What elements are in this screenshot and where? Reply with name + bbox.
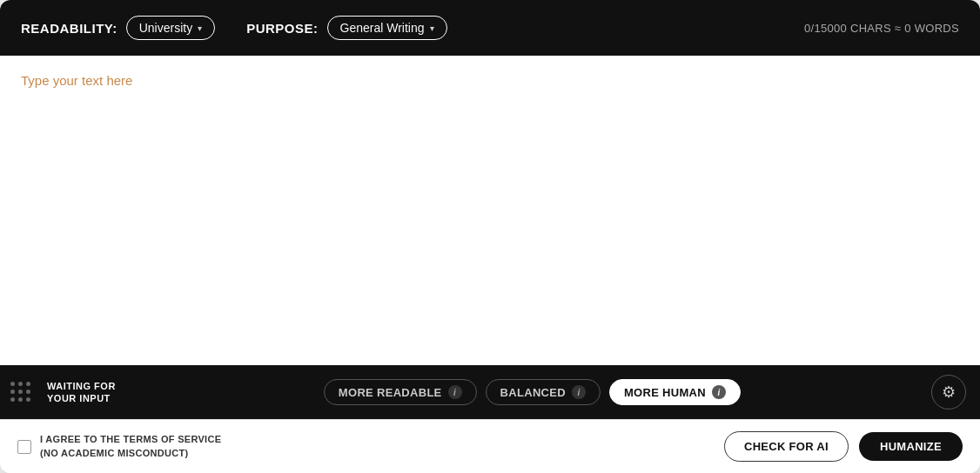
gear-icon: ⚙: [942, 383, 956, 402]
settings-button[interactable]: ⚙: [931, 375, 966, 410]
dots-grid-icon: [10, 382, 31, 403]
purpose-label: PURPOSE:: [246, 21, 318, 36]
purpose-value: General Writing: [340, 21, 425, 35]
app-container: READABILITY: University ▾ PURPOSE: Gener…: [0, 0, 980, 473]
purpose-chevron-icon: ▾: [430, 23, 434, 33]
check-ai-button[interactable]: CHECK FOR AI: [724, 431, 849, 462]
more-readable-info-icon: i: [448, 385, 462, 399]
header-bar: READABILITY: University ▾ PURPOSE: Gener…: [0, 0, 980, 56]
tos-checkbox[interactable]: [17, 440, 31, 454]
dot: [26, 382, 30, 386]
main-text-input[interactable]: [0, 56, 980, 365]
dot: [10, 390, 15, 394]
more-readable-label: MORE READABLE: [339, 386, 442, 399]
balanced-label: BALANCED: [500, 386, 566, 399]
mode-btn-balanced[interactable]: BALANCED i: [486, 379, 601, 405]
bottom-bar: WAITING FOR YOUR INPUT MORE READABLE i B…: [0, 365, 980, 419]
mode-btn-more-readable[interactable]: MORE READABLE i: [324, 379, 477, 405]
footer-bar: I AGREE TO THE TERMS OF SERVICE (NO ACAD…: [0, 419, 980, 473]
tos-text: I AGREE TO THE TERMS OF SERVICE (NO ACAD…: [40, 433, 221, 460]
more-human-label: MORE HUMAN: [624, 386, 706, 399]
dot: [18, 390, 23, 394]
dot: [18, 397, 23, 402]
readability-value: University: [139, 21, 192, 35]
dot: [18, 382, 23, 386]
mode-btn-more-human[interactable]: MORE HUMAN i: [609, 379, 741, 405]
readability-label: READABILITY:: [21, 21, 117, 36]
char-count: 0/15000 CHARS ≈ 0 WORDS: [804, 22, 959, 35]
dot: [10, 397, 15, 402]
text-area-wrapper: [0, 56, 980, 365]
tos-section: I AGREE TO THE TERMS OF SERVICE (NO ACAD…: [17, 433, 221, 460]
balanced-info-icon: i: [572, 385, 586, 399]
mode-buttons-group: MORE READABLE i BALANCED i MORE HUMAN i: [145, 379, 919, 405]
readability-chevron-icon: ▾: [198, 23, 202, 33]
readability-dropdown[interactable]: University ▾: [126, 16, 215, 40]
humanize-button[interactable]: HUMANIZE: [859, 432, 963, 461]
status-label: WAITING FOR YOUR INPUT: [47, 380, 116, 405]
footer-actions: CHECK FOR AI HUMANIZE: [724, 431, 963, 462]
more-human-info-icon: i: [712, 385, 726, 399]
dot: [10, 382, 15, 386]
purpose-section: PURPOSE: General Writing ▾: [246, 16, 446, 40]
dot: [26, 390, 30, 394]
purpose-dropdown[interactable]: General Writing ▾: [327, 16, 447, 40]
dot: [26, 397, 30, 402]
